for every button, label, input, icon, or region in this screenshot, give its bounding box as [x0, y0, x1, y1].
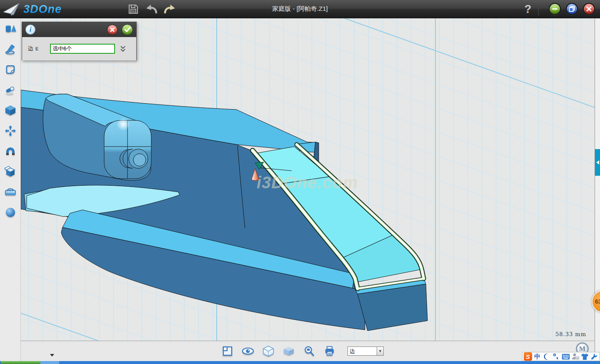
expand-chevrons-icon[interactable] [120, 45, 126, 52]
watermark: i3DOne.com [257, 173, 358, 192]
confirm-check-icon [124, 27, 131, 32]
notification-count: 63 [595, 298, 600, 305]
os-taskbar-sliver [0, 361, 600, 364]
minimize-button[interactable] [549, 3, 561, 15]
right-panel-expand-tab[interactable] [595, 149, 600, 176]
close-button[interactable] [583, 3, 595, 15]
sidebar-item-surface[interactable] [0, 59, 21, 80]
wireframe-view-button[interactable] [262, 344, 275, 358]
help-button[interactable]: ? [522, 2, 534, 17]
ime-settings-button[interactable] [590, 352, 599, 361]
undo-arrow-icon [145, 3, 158, 15]
save-floppy-icon [128, 4, 139, 15]
chevron-left-icon [596, 160, 599, 165]
app-name: 3DOne [23, 3, 62, 16]
wireframe-cube-icon [262, 345, 274, 357]
paper-plane-icon [2, 2, 20, 16]
info-icon: i [25, 25, 35, 35]
deform-icon [4, 84, 17, 96]
sidebar-item-combine[interactable] [0, 161, 21, 182]
selection-dialog-body: 边 E [22, 37, 136, 60]
close-icon [586, 6, 592, 12]
selection-filter-value: 边 [348, 347, 377, 356]
chinese-mode-label: 中 [534, 353, 540, 361]
measure-ruler-icon [4, 186, 17, 198]
minimize-icon [552, 8, 558, 10]
material-sphere-icon [5, 207, 16, 218]
ime-softkeyboard-button[interactable] [561, 352, 570, 361]
dialog-confirm-button[interactable] [122, 24, 133, 35]
sidebar-item-move[interactable] [0, 120, 21, 141]
dropdown-arrow-icon: ▼ [377, 347, 384, 356]
mode-caret-icon[interactable] [50, 354, 54, 357]
keyboard-icon [562, 354, 570, 360]
sidebar-item-measure[interactable] [0, 182, 21, 202]
zoom-button[interactable] [302, 344, 316, 358]
active-task-sliver [40, 361, 59, 364]
edge-selection-input[interactable] [50, 44, 115, 54]
app-logo: 3DOne [2, 2, 90, 17]
ime-skin-button[interactable] [580, 352, 590, 361]
dimension-readout: 58.33 mm [553, 331, 588, 337]
restore-button[interactable] [566, 3, 578, 15]
bottom-toolbar: 边 ▼ [0, 341, 595, 361]
cancel-x-icon [110, 27, 115, 32]
selection-filter-dropdown[interactable]: 边 ▼ [348, 347, 384, 356]
titlebar: 3DOne 家庭版 - [阿帕奇.Z1] ? [0, 0, 600, 18]
wrench-icon [590, 353, 598, 360]
view-layout-button[interactable] [221, 344, 234, 358]
move-arrows-icon [5, 125, 16, 137]
start-button-sliver[interactable] [1, 361, 40, 364]
titlebar-separator [538, 2, 539, 16]
punctuation-icon [552, 353, 560, 360]
ime-logo-button[interactable]: S [523, 352, 532, 361]
tshirt-icon [581, 353, 589, 360]
selection-dialog: i 边 E [22, 22, 137, 60]
redo-button[interactable] [163, 3, 176, 15]
combine-box-icon [4, 166, 17, 177]
sidebar-item-deform[interactable] [0, 80, 21, 100]
magnet-icon [5, 145, 16, 157]
sketch-pencil-icon [4, 43, 17, 55]
surface-icon [5, 64, 16, 75]
ime-account-button[interactable]: 14 [571, 352, 580, 361]
shaded-solid-icon [283, 346, 295, 356]
moon-icon [543, 353, 550, 360]
print-button[interactable] [323, 344, 336, 358]
cube-icon [5, 105, 16, 116]
undo-button[interactable] [145, 3, 158, 15]
redo-arrow-icon [163, 3, 176, 15]
shaded-view-button[interactable] [282, 344, 295, 358]
dialog-cancel-button[interactable] [107, 25, 118, 35]
svg-text:14: 14 [576, 357, 578, 359]
ime-language-toggle[interactable]: 中 [533, 352, 542, 361]
ime-toolbar: S 中 14 [522, 352, 600, 361]
edge-field-sublabel: E [35, 46, 38, 51]
sidebar-item-sketch[interactable] [0, 39, 21, 59]
restore-icon [569, 6, 575, 12]
sogou-logo-icon: S [524, 352, 532, 361]
selection-dialog-header[interactable]: i [22, 22, 136, 37]
ime-fullhalf-toggle[interactable] [542, 352, 552, 361]
printer-icon [324, 346, 335, 357]
sidebar-item-assembly[interactable] [0, 141, 21, 161]
magnifier-icon [304, 346, 315, 357]
visibility-button[interactable] [241, 344, 255, 358]
sidebar-item-special-shapes[interactable] [0, 100, 21, 120]
primitives-icon [4, 23, 17, 35]
view-layout-icon [222, 346, 233, 357]
tool-sidebar [0, 18, 21, 361]
save-button[interactable] [127, 3, 140, 15]
window-title: 家庭版 - [阿帕奇.Z1] [272, 5, 328, 13]
sidebar-item-material[interactable] [0, 202, 21, 222]
ime-punctuation-toggle[interactable] [552, 352, 561, 361]
sidebar-item-primitives[interactable] [0, 18, 21, 39]
user-icon: 14 [571, 353, 580, 360]
edge-field-label: 边 [28, 45, 33, 52]
pod-nozzle-inner [133, 154, 146, 166]
eye-icon [242, 347, 254, 356]
